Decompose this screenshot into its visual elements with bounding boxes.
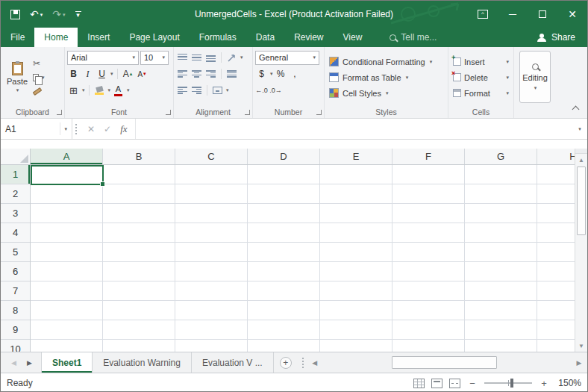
horizontal-scroll-thumb[interactable]: [392, 356, 497, 369]
row-header-4[interactable]: 4: [1, 223, 30, 243]
font-dialog-launcher-icon[interactable]: [166, 110, 171, 115]
tab-scroll-divider[interactable]: [298, 352, 308, 373]
row-header-7[interactable]: 7: [1, 281, 30, 301]
font-color-button[interactable]: A: [112, 84, 125, 97]
normal-view-icon[interactable]: [413, 379, 425, 388]
insert-function-icon[interactable]: fx: [120, 123, 127, 135]
save-icon[interactable]: [10, 10, 20, 19]
cut-button[interactable]: ✂: [33, 57, 45, 69]
decrease-font-button[interactable]: A▾: [136, 67, 148, 81]
tab-insert[interactable]: Insert: [78, 28, 119, 47]
align-left-button[interactable]: [176, 67, 189, 81]
row-header-2[interactable]: 2: [1, 184, 30, 204]
format-cells-button[interactable]: Format▾: [451, 85, 511, 101]
close-icon[interactable]: ✕: [557, 1, 587, 28]
font-size-combo[interactable]: 10▾: [140, 51, 169, 65]
sheet-tab-evaluation-warning[interactable]: Evaluation Warning: [93, 352, 192, 373]
formula-input[interactable]: [135, 119, 572, 139]
ribbon-display-options-icon[interactable]: ^: [468, 1, 498, 28]
column-header-f[interactable]: F: [392, 149, 465, 164]
copy-button[interactable]: ▾: [33, 72, 45, 83]
orientation-button[interactable]: [225, 51, 238, 64]
number-format-combo[interactable]: General▾: [255, 51, 319, 65]
scroll-down-icon[interactable]: ▼: [575, 340, 587, 352]
tell-me-box[interactable]: Tell me...: [390, 28, 437, 47]
tab-review[interactable]: Review: [284, 28, 333, 47]
row-header-9[interactable]: 9: [1, 320, 30, 340]
merge-center-button[interactable]: [211, 84, 224, 97]
underline-button[interactable]: U: [96, 67, 108, 81]
row-header-3[interactable]: 3: [1, 204, 30, 223]
column-header-a[interactable]: A: [31, 149, 103, 164]
align-right-button[interactable]: [204, 67, 217, 81]
horizontal-scroll-track[interactable]: [322, 352, 572, 373]
editing-button[interactable]: Editing ▾: [519, 51, 551, 103]
tab-data[interactable]: Data: [246, 28, 284, 47]
vertical-scroll-thumb[interactable]: [577, 167, 586, 235]
cell-styles-button[interactable]: Cell Styles▾: [327, 85, 445, 101]
number-dialog-launcher-icon[interactable]: [316, 110, 322, 115]
scroll-right-icon[interactable]: ▶: [572, 359, 586, 367]
expand-formula-bar-icon[interactable]: ▾: [572, 119, 587, 139]
cancel-entry-icon[interactable]: ✕: [87, 124, 95, 134]
fill-color-button[interactable]: [93, 84, 106, 97]
formula-bar-drag-handle[interactable]: [72, 119, 80, 139]
new-sheet-button[interactable]: +: [274, 352, 298, 373]
conditional-formatting-button[interactable]: Conditional Formatting▾: [327, 54, 445, 69]
share-button[interactable]: Share: [525, 28, 587, 47]
cells-area[interactable]: [31, 165, 576, 352]
collapse-ribbon-icon[interactable]: [572, 106, 580, 113]
sheet-prev-icon[interactable]: ◀: [11, 359, 16, 367]
customize-toolbar-icon[interactable]: ▾: [75, 11, 81, 17]
maximize-icon[interactable]: [528, 1, 557, 28]
delete-cells-button[interactable]: Delete▾: [451, 69, 511, 85]
comma-style-button[interactable]: ,: [289, 67, 301, 81]
row-header-6[interactable]: 6: [1, 262, 30, 281]
tab-page-layout[interactable]: Page Layout: [119, 28, 189, 47]
wrap-text-button[interactable]: [225, 67, 238, 81]
sheet-tab-sheet1[interactable]: Sheet1: [41, 352, 93, 373]
row-header-10[interactable]: 10: [1, 340, 30, 352]
split-handle[interactable]: [575, 149, 587, 154]
percent-button[interactable]: %: [275, 67, 287, 81]
row-header-8[interactable]: 8: [1, 301, 30, 320]
minimize-icon[interactable]: ─: [498, 1, 528, 28]
clipboard-dialog-launcher-icon[interactable]: [57, 110, 62, 115]
sheet-tab-evaluation-v[interactable]: Evaluation V ...: [192, 352, 274, 373]
decrease-decimal-button[interactable]: .0→: [269, 84, 282, 97]
alignment-dialog-launcher-icon[interactable]: [245, 110, 250, 115]
font-name-combo[interactable]: Arial▾: [67, 51, 139, 65]
zoom-in-icon[interactable]: +: [539, 378, 549, 389]
insert-cells-button[interactable]: Insert▾: [451, 54, 511, 69]
select-all-corner[interactable]: [1, 149, 31, 165]
column-header-e[interactable]: E: [320, 149, 392, 164]
selected-cell-a1[interactable]: [31, 165, 104, 185]
borders-button[interactable]: ⊞: [67, 84, 80, 97]
increase-font-button[interactable]: A▴: [122, 67, 134, 81]
column-header-h[interactable]: H: [537, 149, 576, 164]
format-as-table-button[interactable]: Format as Table▾: [327, 69, 445, 85]
scroll-left-icon[interactable]: ◀: [308, 359, 322, 367]
row-header-5[interactable]: 5: [1, 243, 30, 262]
zoom-slider[interactable]: [484, 382, 532, 384]
paste-button[interactable]: Paste ▾: [3, 49, 31, 105]
tab-formulas[interactable]: Formulas: [190, 28, 246, 47]
column-header-g[interactable]: G: [465, 149, 537, 164]
zoom-slider-handle[interactable]: [510, 379, 513, 388]
tab-file[interactable]: File: [1, 28, 34, 47]
confirm-entry-icon[interactable]: ✓: [104, 124, 111, 134]
tab-home[interactable]: Home: [34, 28, 78, 47]
tab-view[interactable]: View: [334, 28, 372, 47]
format-painter-button[interactable]: [33, 86, 45, 97]
align-top-button[interactable]: [176, 51, 189, 64]
undo-icon[interactable]: ↶▾: [30, 9, 43, 19]
sheet-next-icon[interactable]: ▶: [27, 359, 32, 367]
page-break-view-icon[interactable]: [449, 379, 460, 388]
scroll-up-icon[interactable]: ▲: [575, 154, 587, 166]
column-header-c[interactable]: C: [175, 149, 248, 164]
align-bottom-button[interactable]: [204, 51, 217, 64]
increase-indent-button[interactable]: [190, 84, 203, 97]
horizontal-scrollbar[interactable]: ◀ ▶: [308, 352, 587, 373]
align-center-button[interactable]: [190, 67, 203, 81]
align-middle-button[interactable]: [190, 51, 203, 64]
